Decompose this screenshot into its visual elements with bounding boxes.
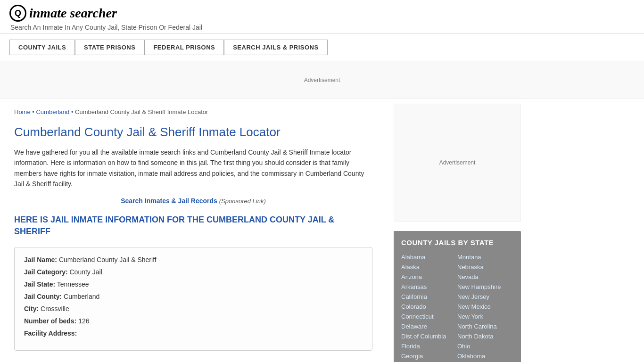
state-link[interactable]: New Hampshire (457, 282, 513, 292)
tagline: Search An Inmate In Any County Jail, Sta… (10, 24, 635, 31)
state-link[interactable]: Nevada (457, 272, 513, 282)
jail-state-label: Jail State: (24, 280, 55, 288)
beds-label: Number of beds: (24, 317, 76, 325)
state-link[interactable]: Oklahoma (457, 351, 513, 361)
ad-label: Advertisement (304, 77, 340, 83)
address-row: Facility Address: (24, 329, 363, 337)
jail-category-row: Jail Category: County Jail (24, 268, 363, 276)
beds-value: 126 (78, 317, 89, 325)
page-title: Cumberland County Jail & Sheriff Inmate … (14, 125, 372, 140)
state-link[interactable]: Dist.of Columbia (401, 331, 457, 341)
state-box: COUNTY JAILS BY STATE AlabamaAlaskaArizo… (394, 231, 521, 362)
sponsored-link-area: Search Inmates & Jail Records (Sponsored… (14, 197, 372, 205)
beds-row: Number of beds: 126 (24, 317, 363, 325)
jail-name-row: Jail Name: Cumberland County Jail & Sher… (24, 256, 363, 263)
jail-name-value: Cumberland County Jail & Sheriff (59, 256, 157, 263)
state-link[interactable]: North Dakota (457, 331, 513, 341)
state-link[interactable]: Georgia (401, 351, 457, 361)
sponsored-link[interactable]: Search Inmates & Jail Records (121, 197, 217, 205)
section-title: HERE IS JAIL INMATE INFORMATION FOR THE … (14, 214, 372, 238)
jail-name-label: Jail Name: (24, 256, 57, 263)
state-link[interactable]: Alaska (401, 262, 457, 272)
state-link[interactable]: Delaware (401, 321, 457, 331)
state-link[interactable]: Alabama (401, 252, 457, 262)
state-link[interactable]: Arizona (401, 272, 457, 282)
sidebar-ad: Advertisement (394, 104, 521, 222)
state-link[interactable]: Arkansas (401, 282, 457, 292)
sponsored-text: (Sponsored Link) (219, 197, 266, 205)
sidebar: Advertisement COUNTY JAILS BY STATE Alab… (387, 99, 528, 362)
state-col-1: AlabamaAlaskaArizonaArkansasCaliforniaCo… (401, 252, 457, 362)
breadcrumb-cumberland[interactable]: Cumberland (36, 108, 69, 115)
logo-text: inmate searcher (29, 6, 117, 21)
jail-state-row: Jail State: Tennessee (24, 280, 363, 288)
content-area: Home • Cumberland • Cumberland County Ja… (0, 99, 387, 362)
logo-area: Q inmate searcher (9, 5, 635, 22)
breadcrumb: Home • Cumberland • Cumberland County Ja… (14, 108, 372, 115)
state-col-2: MontanaNebraskaNevadaNew HampshireNew Je… (457, 252, 513, 362)
jail-state-value: Tennessee (57, 280, 89, 288)
nav-state-prisons[interactable]: STATE PRISONS (75, 40, 144, 55)
header: Q inmate searcher Search An Inmate In An… (0, 0, 644, 34)
info-box: Jail Name: Cumberland County Jail & Sher… (14, 247, 372, 351)
ad-banner: Advertisement (0, 61, 644, 99)
city-value: Crossville (41, 305, 69, 313)
state-link[interactable]: North Carolina (457, 321, 513, 331)
intro-text: We have gathered for you all the availab… (14, 147, 372, 189)
jail-county-label: Jail County: (24, 293, 62, 300)
state-link[interactable]: Montana (457, 252, 513, 262)
nav-bar: COUNTY JAILS STATE PRISONS FEDERAL PRISO… (0, 34, 644, 61)
state-link[interactable]: Connecticut (401, 312, 457, 321)
state-box-title: COUNTY JAILS BY STATE (401, 239, 513, 247)
jail-county-value: Cumberland (64, 293, 99, 300)
address-label: Facility Address: (24, 329, 77, 337)
logo-icon: Q (9, 5, 26, 22)
jail-category-label: Jail Category: (24, 268, 68, 276)
state-link[interactable]: Colorado (401, 302, 457, 312)
jail-category-value: County Jail (69, 268, 102, 276)
breadcrumb-home[interactable]: Home (14, 108, 31, 115)
state-link[interactable]: Nebraska (457, 262, 513, 272)
state-columns: AlabamaAlaskaArizonaArkansasCaliforniaCo… (401, 252, 513, 362)
state-link[interactable]: New Jersey (457, 292, 513, 302)
breadcrumb-current: Cumberland County Jail & Sheriff Inmate … (75, 108, 208, 115)
sidebar-ad-label: Advertisement (439, 159, 476, 166)
state-link[interactable]: California (401, 292, 457, 302)
state-link[interactable]: New Mexico (457, 302, 513, 312)
state-link[interactable]: New York (457, 312, 513, 321)
city-label: City: (24, 305, 39, 313)
nav-federal-prisons[interactable]: FEDERAL PRISONS (144, 40, 224, 55)
nav-county-jails[interactable]: COUNTY JAILS (9, 40, 75, 55)
city-row: City: Crossville (24, 305, 363, 313)
nav-search-jails[interactable]: SEARCH JAILS & PRISONS (224, 40, 327, 55)
jail-county-row: Jail County: Cumberland (24, 293, 363, 300)
state-link[interactable]: Ohio (457, 341, 513, 351)
state-link[interactable]: Florida (401, 341, 457, 351)
main-layout: Home • Cumberland • Cumberland County Ja… (0, 99, 644, 362)
